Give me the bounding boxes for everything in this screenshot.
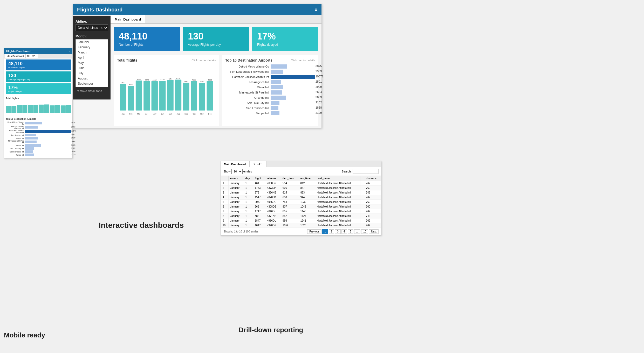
pagination-prev[interactable]: Previous: [307, 229, 321, 234]
cell-index: 5: [221, 200, 229, 204]
svg-text:4189: 4189: [137, 78, 141, 81]
mob-dest-bar-8[interactable]: [25, 150, 33, 153]
mob-kpi-delayed: 17% Flights delayed: [6, 83, 71, 94]
dest-bar-6[interactable]: [271, 96, 286, 100]
drill-tab-detail[interactable]: DL · ATL: [250, 161, 267, 167]
cell-tailnum: N6703D: [265, 195, 281, 200]
drill-show-select[interactable]: 102550: [231, 169, 243, 174]
svg-text:4093: 4093: [192, 79, 196, 81]
pagination-4[interactable]: 4: [341, 229, 347, 234]
svg-rect-34: [61, 105, 66, 113]
bar-Jul[interactable]: [167, 80, 173, 110]
bar-chart-panel: Total flights Click bar for details 3690…: [114, 55, 219, 126]
bar-May[interactable]: [152, 81, 158, 110]
cell-arr-time: 944: [299, 195, 315, 200]
dest-chart-click-label[interactable]: Click bar for details: [291, 59, 315, 62]
pagination-10[interactable]: 10: [361, 229, 368, 234]
pagination-2[interactable]: 2: [329, 229, 334, 234]
tab-main-dashboard[interactable]: Main Dashboard: [111, 15, 145, 23]
bar-Sep[interactable]: [183, 83, 189, 110]
mob-dest-row-5: Minneapolis St Paul Intl 2664: [6, 140, 71, 144]
mob-menu-icon[interactable]: ≡: [69, 50, 70, 53]
bar-Oct[interactable]: [191, 81, 197, 111]
month-item-oct[interactable]: October: [76, 86, 108, 87]
col-day[interactable]: day: [244, 176, 253, 181]
month-item-jun[interactable]: June: [76, 65, 108, 71]
cell-dep-time: 606: [281, 186, 299, 190]
month-item-jul[interactable]: July: [76, 71, 108, 76]
cell-day: 1: [244, 223, 253, 228]
dest-bar-2[interactable]: [271, 75, 315, 79]
drill-tab-main[interactable]: Main Dashboard: [221, 161, 250, 167]
mob-tab-main[interactable]: Main Dashboard: [5, 54, 26, 58]
mob-dest-bar-5[interactable]: [25, 141, 37, 143]
svg-text:Jul: Jul: [169, 113, 172, 115]
mob-dest-bar-6[interactable]: [25, 144, 41, 147]
dest-bar-7[interactable]: [271, 101, 279, 105]
dest-bar-1[interactable]: [271, 70, 283, 74]
svg-text:Aug: Aug: [177, 113, 180, 115]
dest-bar-9[interactable]: [271, 111, 279, 115]
bar-Aug[interactable]: [175, 79, 181, 110]
mob-dest-bar-3[interactable]: [25, 134, 36, 136]
airline-select[interactable]: Delta Air Lines Inc.: [76, 24, 108, 31]
mob-dest-bar-2[interactable]: [25, 130, 71, 133]
dest-value-3: 2501: [316, 80, 323, 83]
dest-row-1: Fort Lauderdale Hollywood Intl 2903: [225, 70, 315, 74]
menu-icon[interactable]: ≡: [314, 7, 317, 12]
col-month[interactable]: month: [229, 176, 244, 181]
bar-Feb[interactable]: [128, 86, 134, 111]
month-item-feb[interactable]: February: [76, 45, 108, 50]
mob-dest-bar-7[interactable]: [25, 147, 34, 150]
mob-dest-bar-4[interactable]: [25, 137, 38, 139]
col-index[interactable]: [221, 176, 229, 181]
mob-dest-val-1: 2903: [71, 126, 77, 128]
col-tailnum[interactable]: tailnum: [265, 176, 281, 181]
cell-month: January: [229, 223, 244, 228]
col-dest-name[interactable]: dest_name: [315, 176, 360, 181]
cell-index: 2: [221, 186, 229, 190]
bar-Apr[interactable]: [143, 81, 150, 111]
mob-dest-row-3: Los Angeles Intl 2501: [6, 134, 71, 136]
bar-chart-click-label[interactable]: Click bar for details: [191, 59, 216, 62]
bar-Mar[interactable]: [136, 81, 142, 110]
dest-value-6: 3663: [316, 96, 323, 99]
cell-tailnum: N646DL: [265, 209, 281, 214]
month-item-apr[interactable]: April: [76, 55, 108, 60]
col-distance[interactable]: distance: [364, 176, 381, 181]
airline-label: Airline:: [76, 19, 108, 23]
pagination-3[interactable]: 3: [335, 229, 341, 234]
bar-Jun[interactable]: [159, 81, 166, 111]
mob-dest-bar-9[interactable]: [25, 154, 34, 156]
col-dep-time[interactable]: dep_time: [281, 176, 299, 181]
bar-Jan[interactable]: [120, 84, 126, 111]
remove-tabs-link[interactable]: Remove detail tabs: [76, 89, 108, 93]
cell-spacer: [360, 195, 364, 200]
mob-tab-detail[interactable]: DL · ATL: [26, 54, 38, 58]
bar-Nov[interactable]: [199, 83, 205, 110]
dest-bar-3[interactable]: [271, 80, 281, 84]
cell-index: 10: [221, 223, 229, 228]
col-arr-time[interactable]: arr_time: [299, 176, 315, 181]
mob-dest-name-5: Minneapolis St Paul Intl: [6, 140, 25, 144]
pagination-next[interactable]: Next: [369, 229, 379, 234]
month-item-aug[interactable]: August: [76, 76, 108, 81]
cell-arr-time: 833: [299, 190, 315, 195]
dest-bar-5[interactable]: [271, 90, 282, 95]
dest-bar-8[interactable]: [271, 106, 278, 110]
month-item-jan[interactable]: January: [76, 39, 108, 45]
mob-dest-bar-1[interactable]: [25, 126, 38, 129]
pagination-5[interactable]: 5: [348, 229, 353, 234]
pagination-1[interactable]: 1: [322, 229, 328, 234]
month-item-may[interactable]: May: [76, 60, 108, 65]
dest-bar-4[interactable]: [271, 85, 283, 89]
dest-bar-0[interactable]: [271, 64, 287, 69]
month-item-sep[interactable]: September: [76, 81, 108, 86]
cell-day: 1: [244, 200, 253, 204]
col-flight[interactable]: flight: [253, 176, 265, 181]
month-item-mar[interactable]: March: [76, 50, 108, 55]
dest-row-4: Miami Intl 2929: [225, 85, 315, 89]
mob-dest-bar-0[interactable]: [25, 122, 42, 124]
bar-Dec[interactable]: [207, 81, 213, 111]
drill-search-input[interactable]: [353, 169, 379, 174]
